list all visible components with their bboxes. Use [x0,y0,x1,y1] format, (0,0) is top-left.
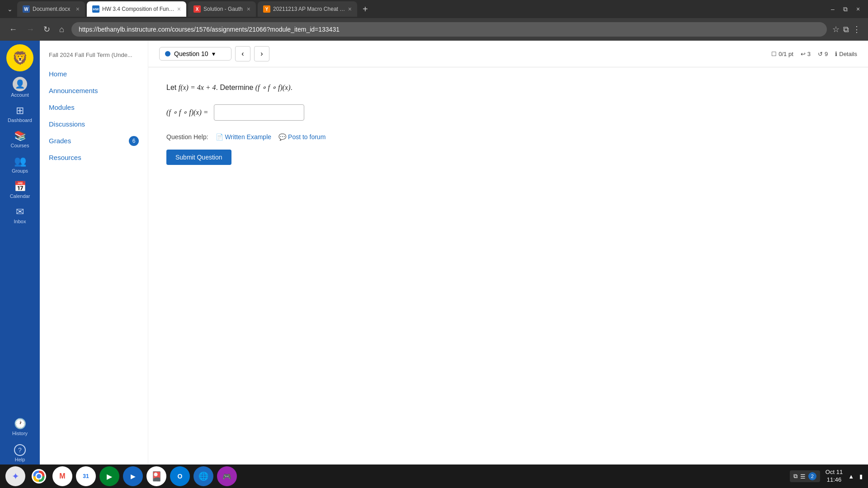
nav-item-home[interactable]: Home [40,66,148,82]
taskbar-gemini[interactable]: ✦ [5,466,25,486]
answer-row: (f ∘ f ∘ f)(x) = [166,104,537,121]
sidebar-item-inbox[interactable]: ✉ Inbox [2,202,38,228]
refresh-meta-icon: ↺ [818,51,823,57]
sidebar-item-account[interactable]: 👤 Account [2,73,38,101]
nav-item-modules[interactable]: Modules [40,99,148,116]
taskbar-calendar[interactable]: 31 [76,466,96,486]
sidebar-label-inbox: Inbox [14,219,26,224]
maximize-button[interactable]: ⧉ [840,4,851,14]
nav-item-discussions[interactable]: Discussions [40,116,148,132]
tab-close-2[interactable]: × [177,5,181,13]
written-example-link[interactable]: 📄 Written Example [216,133,271,141]
post-forum-link[interactable]: 💬 Post to forum [278,133,326,141]
function-definition: f(x) = 4x + 4 [179,84,216,91]
question-selector[interactable]: Question 10 ▾ [159,47,231,61]
taskbar-chrome[interactable] [29,466,49,486]
prev-question-button[interactable]: ‹ [235,46,250,61]
answer-input[interactable] [214,104,304,121]
refresh-value: 9 [825,51,828,57]
home-nav-button[interactable]: ⌂ [57,23,66,36]
tab-close-3[interactable]: × [247,5,250,13]
dashboard-icon: ⊞ [16,105,24,117]
minimize-button[interactable]: – [827,4,838,14]
sidebar-item-calendar[interactable]: 📅 Calendar [2,177,38,202]
groups-icon: 👥 [14,155,26,167]
main-content: Question 10 ▾ ‹ › ☐ 0/1 pt ↩ 3 [148,41,868,488]
tab-title-3: Solution - Gauth [203,6,244,12]
taskbar-play[interactable]: ▶ [123,466,143,486]
details-label: Details [839,51,857,57]
browser-actions: ☆ ⧉ ⋮ [832,24,861,34]
browser-tab-1[interactable]: W Document.docx × [17,1,85,17]
sidebar-label-help: Help [15,457,25,462]
sidebar-label-account: Account [11,92,29,98]
nav-item-grades[interactable]: Grades 6 [40,132,148,149]
question-header: Question 10 ▾ ‹ › ☐ 0/1 pt ↩ 3 [148,41,868,67]
details-meta[interactable]: ℹ Details [835,51,857,57]
url-input[interactable] [71,22,827,37]
canvas-icon: HW [92,5,99,13]
sidebar-label-history: History [12,431,28,436]
browser-tab-4[interactable]: Y 20211213 AP Macro Cheat She... × [258,1,357,17]
score-value: 0/1 pt [778,51,793,57]
taskbar-photos[interactable]: 🎴 [146,466,166,486]
notification-badge: 2 [808,472,816,480]
close-window-button[interactable]: × [853,4,863,14]
tab-bar: ⌄ W Document.docx × HW HW 3.4 Compositio… [0,0,868,18]
sidebar-item-help[interactable]: ? Help [2,441,38,466]
forward-button[interactable]: → [24,23,36,36]
sidebar-label-calendar: Calendar [10,193,30,199]
address-bar: ← → ↻ ⌂ ☆ ⧉ ⋮ [0,18,868,41]
score-meta: ☐ 0/1 pt [771,51,793,57]
sidebar-item-dashboard[interactable]: ⊞ Dashboard [2,101,38,127]
taskbar-app-purple[interactable]: 🎮 [217,466,237,486]
submit-question-button[interactable]: Submit Question [166,150,231,165]
sidebar-item-courses[interactable]: 📚 Courses [2,127,38,152]
attempts-value: 3 [807,51,811,57]
question-nav: Question 10 ▾ ‹ › [159,46,269,61]
wifi-icon: ▲ [848,473,854,480]
tab-list-btn[interactable]: ⌄ [5,4,15,14]
browser-menu-button[interactable]: ⋮ [853,24,861,34]
taskbar-datetime: Oct 11 11:46 [826,469,843,484]
bookmark-button[interactable]: ☆ [832,24,840,34]
extensions-button[interactable]: ⧉ [843,25,849,34]
sidebar-item-history[interactable]: 🕐 History [2,414,38,440]
tab-close-1[interactable]: × [76,5,80,13]
score-icon: ☐ [771,51,777,57]
question-dot [165,51,170,56]
tab-title-4: 20211213 AP Macro Cheat She... [273,6,345,12]
browser-tab-3[interactable]: X Solution - Gauth × [188,1,256,17]
browser-tab-2[interactable]: HW HW 3.4 Composition of Functi... × [87,1,186,17]
system-tray: ⧉ ☰ 2 [790,470,820,482]
document-icon: 📄 [216,133,223,141]
taskbar-right: ⧉ ☰ 2 Oct 11 11:46 ▲ ▮ [790,469,863,484]
history-meta-icon: ↩ [801,51,806,57]
sidebar-label-courses: Courses [11,143,29,148]
taskbar-time: 11:46 [826,476,843,484]
taskbar-browser-blue[interactable]: 🌐 [193,466,213,486]
tab-title-1: Document.docx [33,6,73,12]
question-selector-label: Question 10 [174,50,208,57]
attempts-meta: ↩ 3 [801,51,811,57]
school-logo[interactable]: 🦁 [6,44,33,71]
help-row: Question Help: 📄 Written Example 💬 Post … [166,133,537,141]
nav-item-resources[interactable]: Resources [40,149,148,166]
taskbar-outlook[interactable]: O [170,466,190,486]
svg-point-2 [37,474,41,479]
next-question-button[interactable]: › [254,46,269,61]
taskbar-gmail[interactable]: M [52,466,72,486]
tab-close-4[interactable]: × [348,5,352,13]
left-nav: Fall 2024 Fall Full Term (Unde... Home A… [40,41,148,488]
menu-tray-icon: ☰ [800,473,806,480]
taskbar-meet[interactable]: ▶ [99,466,119,486]
back-button[interactable]: ← [7,23,19,36]
help-label: Question Help: [166,133,208,141]
grades-badge: 6 [129,136,139,146]
chat-icon: 💬 [278,133,286,141]
reload-button[interactable]: ↻ [42,23,52,36]
sidebar-item-groups[interactable]: 👥 Groups [2,152,38,177]
nav-item-announcements[interactable]: Announcements [40,82,148,99]
courses-icon: 📚 [14,130,26,142]
new-tab-button[interactable]: + [359,4,372,14]
